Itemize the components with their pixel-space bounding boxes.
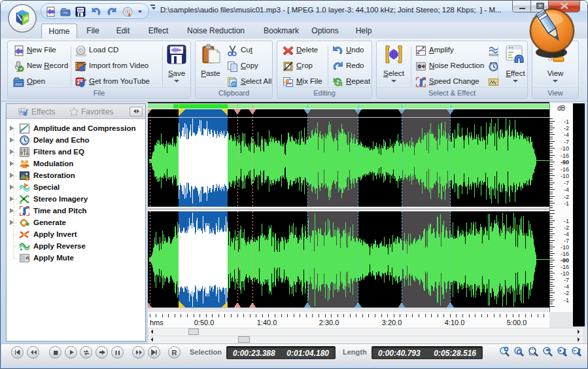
svg-text:-16: -16 <box>561 152 569 159</box>
svg-text:-7: -7 <box>564 237 569 244</box>
svg-text:1:40.0: 1:40.0 <box>257 319 277 326</box>
svg-text:-7: -7 <box>564 139 569 145</box>
svg-text:-2: -2 <box>564 194 569 200</box>
svg-text:-1: -1 <box>564 118 569 125</box>
svg-text:-1: -1 <box>564 218 569 224</box>
svg-text:-4: -4 <box>564 186 569 193</box>
svg-text:-4: -4 <box>564 132 569 138</box>
svg-text:-1: -1 <box>564 200 569 207</box>
svg-text:0:50.0: 0:50.0 <box>194 319 215 326</box>
svg-text:-4: -4 <box>564 283 569 290</box>
svg-text:-90: -90 <box>561 159 569 166</box>
svg-text:-16: -16 <box>561 166 569 173</box>
svg-text:-10: -10 <box>561 145 569 152</box>
svg-text:-7: -7 <box>564 277 569 283</box>
svg-text:dB: dB <box>557 105 566 112</box>
svg-text:-10: -10 <box>561 270 569 277</box>
svg-text:-4: -4 <box>564 231 569 237</box>
svg-text:hms: hms <box>150 319 164 326</box>
svg-text:2:30.0: 2:30.0 <box>319 319 339 326</box>
svg-text:-7: -7 <box>564 180 569 186</box>
svg-text:-16: -16 <box>561 264 569 270</box>
svg-text:-1: -1 <box>564 297 569 304</box>
svg-text:3:20.0: 3:20.0 <box>382 319 402 326</box>
svg-text:-2: -2 <box>564 125 569 132</box>
svg-text:-2: -2 <box>564 224 569 231</box>
svg-text:-90: -90 <box>561 257 569 264</box>
svg-text:-10: -10 <box>561 173 569 179</box>
svg-text:-10: -10 <box>561 244 569 251</box>
svg-text:4:10.0: 4:10.0 <box>445 319 465 326</box>
svg-text:5:00.0: 5:00.0 <box>507 319 527 326</box>
svg-text:-16: -16 <box>561 251 569 257</box>
svg-text:-2: -2 <box>564 290 569 296</box>
